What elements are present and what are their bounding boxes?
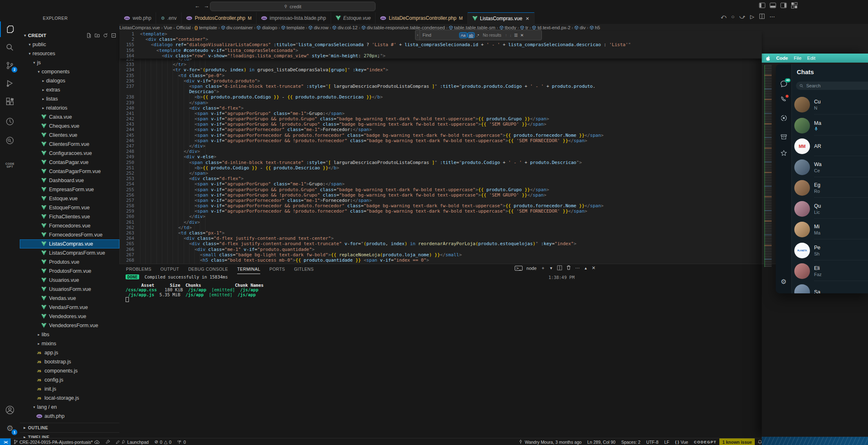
next-match-icon[interactable]: ↓	[510, 33, 512, 37]
timeline-section[interactable]: ▸TIMELINE	[20, 432, 119, 438]
tree-item-ContasPagarForm.vue[interactable]: ContasPagarForm.vue	[20, 167, 119, 176]
code-line[interactable]: 239 </span>	[119, 100, 762, 105]
code-line[interactable]: 245 <span v-if="agruparPorFornecedor && …	[119, 133, 762, 138]
nav-forward-icon[interactable]: →	[203, 2, 210, 10]
breadcrumb-item[interactable]: {}template	[194, 25, 217, 30]
code-line[interactable]: 259 <span v-if="agruparPorFornecedor && …	[119, 208, 762, 214]
tree-item-config.js[interactable]: JSconfig.js	[20, 375, 119, 384]
extensions-icon[interactable]	[0, 94, 20, 110]
status-git-branch[interactable]: CRE-2024-0915-PA-Ajustes-pontuais*	[11, 438, 103, 445]
toggle-secondary-sidebar-icon[interactable]	[780, 2, 787, 9]
tree-item-Estoque.vue[interactable]: Estoque.vue	[20, 194, 119, 203]
tree-item-components[interactable]: ▾components	[20, 67, 119, 76]
code-line[interactable]: 265 <div class="d-flex justify-content-a…	[119, 241, 762, 246]
collapse-folders-icon[interactable]	[111, 33, 116, 38]
code-editor[interactable]: 232 </td>233 </tr>234 <tr v-for="(produt…	[119, 56, 762, 263]
chat-row[interactable]: EliFaz	[794, 261, 868, 281]
split-terminal-icon[interactable]	[557, 265, 562, 271]
panel-tab-output[interactable]: OUTPUT	[161, 267, 180, 272]
code-line[interactable]: 257 <span v-if="agruparPorFornecedor" cl…	[119, 198, 762, 203]
code-line[interactable]: 236 <div v-if="produto.produto">	[119, 78, 762, 84]
regex-toggle[interactable]: .*	[475, 33, 480, 38]
tree-item-Vendas.vue[interactable]: Vendas.vue	[20, 294, 119, 303]
status-launchpad[interactable]: Launchpad	[113, 438, 152, 445]
status-encoding[interactable]: UTF-8	[643, 438, 661, 445]
tree-item-mixins[interactable]: ▸mixins	[20, 339, 119, 348]
maximize-panel-icon[interactable]: ▲	[584, 266, 588, 270]
code-line[interactable]: 164 <div class="row" v-show="!loadings.l…	[119, 53, 762, 59]
tree-item-FornecedoresForm.vue[interactable]: FornecedoresForm.vue	[20, 230, 119, 239]
breadcrumb-item[interactable]: ListasCompras.vue	[119, 25, 160, 30]
code-line[interactable]: 252 </span>	[119, 171, 762, 176]
code-line[interactable]: 262 </td>	[119, 225, 762, 230]
tree-item-Clientes.vue[interactable]: Clientes.vue	[20, 131, 119, 140]
tree-item-EmpresasForm.vue[interactable]: EmpresasForm.vue	[20, 185, 119, 194]
code-line[interactable]: Descricao">	[119, 89, 762, 94]
panel-tab-debug-console[interactable]: DEBUG CONSOLE	[188, 267, 228, 272]
code-line[interactable]: 155 <dialogo ref="dialogoVisualizarLista…	[119, 42, 762, 47]
split-editor-icon[interactable]	[759, 14, 765, 20]
tab-Estoque.vue[interactable]: Estoque.vue	[331, 12, 376, 24]
menu-edit[interactable]: Edit	[807, 56, 815, 61]
chats-settings-icon[interactable]: ⚙	[776, 278, 791, 286]
code-line[interactable]: 260 </div>	[119, 214, 762, 219]
terminal-output[interactable]: DONE Compiled successfully in 15834ms As…	[126, 275, 264, 302]
code-line[interactable]: 266 <div class="me-1" v-if="produto.quan…	[119, 247, 762, 252]
status-codegpt-status[interactable]: CODEGPT	[691, 438, 719, 445]
code-line[interactable]: 256 <span v-if="agruparPorGrupo && !prod…	[119, 192, 762, 198]
tree-item-Configuracoes.vue[interactable]: Configuracoes.vue	[20, 149, 119, 158]
codegpt-icon[interactable]: CODEGPT	[0, 157, 20, 173]
tree-item-ListasCompras.vue[interactable]: ListasCompras.vue	[20, 239, 119, 248]
whole-word-toggle[interactable]: ab	[468, 33, 475, 38]
status-tab-icon[interactable]	[776, 115, 791, 122]
match-case-toggle[interactable]: Aa	[460, 33, 467, 38]
panel-tab-problems[interactable]: PROBLEMS	[126, 267, 152, 272]
code-line[interactable]: 250 <span class="d-inline-block text-tru…	[119, 160, 762, 165]
run-file-icon[interactable]: ▷	[750, 14, 754, 20]
code-line[interactable]: 261 </div>	[119, 220, 762, 225]
tree-item-ListasComprasForm.vue[interactable]: ListasComprasForm.vue	[20, 248, 119, 258]
status-problems[interactable]: ⊘0△0	[152, 438, 174, 445]
tree-item-libs[interactable]: ▸libs	[20, 330, 119, 339]
new-file-icon[interactable]	[86, 33, 91, 38]
chat-row[interactable]: WaCe	[794, 157, 868, 177]
outline-section[interactable]: ▸OUTLINE	[20, 423, 119, 432]
code-line[interactable]: 253 <div class="d-flex">	[119, 176, 762, 181]
toggle-sidebar-icon[interactable]	[759, 2, 765, 9]
code-line[interactable]: 242 <span v-if="agruparPorGrupo && produ…	[119, 116, 762, 122]
close-tab-icon[interactable]: ✕	[525, 16, 529, 21]
tree-item-FichaClientes.vue[interactable]: FichaClientes.vue	[20, 212, 119, 221]
status-git-blame[interactable]: Wandry Moura, 3 months ago	[516, 438, 584, 445]
tree-item-Vendedores.vue[interactable]: Vendedores.vue	[20, 312, 119, 321]
tab-ProdutosController.php[interactable]: phpProdutosController.phpM	[182, 12, 257, 24]
customize-layout-icon[interactable]	[791, 2, 798, 9]
tree-item-ProdutosForm.vue[interactable]: ProdutosForm.vue	[20, 267, 119, 276]
panel-more-icon[interactable]: ⋯	[575, 265, 580, 271]
chats-tab-icon[interactable]: 40	[776, 80, 791, 88]
chat-row[interactable]: EgRo	[794, 178, 868, 198]
breadcrumb-item[interactable]: div.container	[221, 25, 253, 30]
status-indentation[interactable]: Spaces: 2	[618, 438, 644, 445]
breadcrumb-item[interactable]: dialogo	[257, 25, 277, 30]
prev-match-icon[interactable]: ↑	[505, 33, 507, 37]
code-line[interactable]: 234 <tr v-for="(produto, index) in grupo…	[119, 67, 762, 73]
code-line[interactable]: 264 <div class="d-flex justify-content-a…	[119, 236, 762, 241]
calls-tab-icon[interactable]	[776, 96, 791, 103]
code-line[interactable]: 238 <b>{{ produto.produto.Codigo }} - {{…	[119, 94, 762, 100]
panel-tab-gitlens[interactable]: GITLENS	[294, 267, 314, 272]
tree-item-relatorios[interactable]: ▸relatorios	[20, 103, 119, 112]
tree-item-ContasPagar.vue[interactable]: ContasPagar.vue	[20, 158, 119, 167]
tree-item-resources[interactable]: ▾resources	[20, 49, 119, 58]
code-line[interactable]: 263 <td class="px-1">	[119, 230, 762, 236]
tree-item-CREDIT[interactable]: ▾CREDIT	[20, 31, 119, 40]
tab-ListaDeComprasController.php[interactable]: phpListaDeComprasController.phpM	[376, 12, 467, 24]
tree-item-Cheques.vue[interactable]: Cheques.vue	[20, 122, 119, 131]
search-icon[interactable]	[0, 40, 20, 55]
tree-item-VendedoresForm.vue[interactable]: VendedoresForm.vue	[20, 321, 119, 330]
status-known-issue[interactable]: 1 known issue	[719, 438, 755, 445]
code-line[interactable]: 258 <span v-if="agruparPorFornecedor && …	[119, 203, 762, 208]
code-line[interactable]: 244 <span v-if="agruparPorFornecedor" cl…	[119, 127, 762, 132]
tree-item-local-storage.js[interactable]: JSlocal-storage.js	[20, 393, 119, 403]
tab-ListasCompras.vue[interactable]: ListasCompras.vue✕	[468, 12, 534, 24]
tree-item-components.js[interactable]: JScomponents.js	[20, 366, 119, 375]
